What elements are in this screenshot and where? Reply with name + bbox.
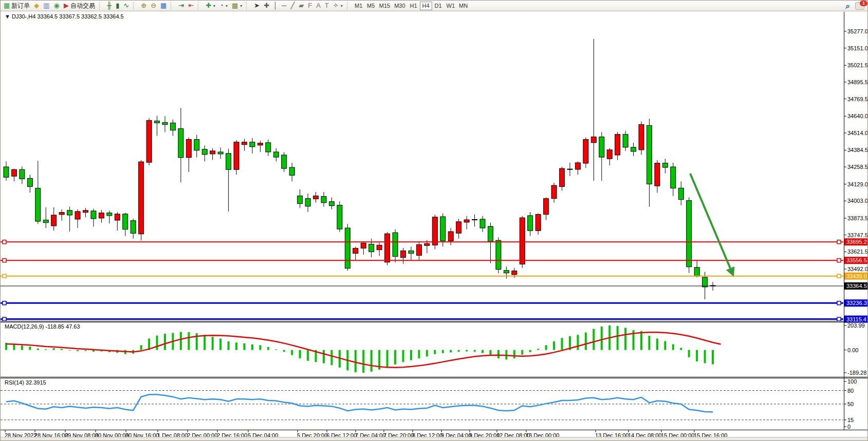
chat-icon[interactable]: 1 (855, 2, 864, 10)
timeframe-m15-button[interactable]: M15 (377, 2, 392, 10)
svg-text:33621.5: 33621.5 (847, 248, 868, 255)
toolbar-separator (171, 2, 175, 10)
svg-text:0: 0 (847, 424, 851, 430)
candlestick-button[interactable]: ▮ (114, 1, 121, 11)
fibonacci-icon: F (308, 1, 312, 10)
dropdown-arrow-icon: ▾ (226, 4, 228, 8)
crosshair-icon: ✚ (264, 1, 269, 10)
horizontal-lines[interactable] (1, 240, 843, 321)
svg-text:33695.2: 33695.2 (846, 239, 867, 245)
market-watch-icon: ▥ (43, 1, 49, 10)
timeframe-h1-button[interactable]: H1 (408, 2, 420, 10)
svg-text:34895.5: 34895.5 (847, 79, 868, 85)
templates-button[interactable]: ▩▾ (230, 1, 244, 11)
svg-text:100: 100 (847, 378, 857, 385)
tile-windows-button[interactable]: ▦ (158, 1, 169, 11)
vertical-line-icon: │ (273, 1, 278, 10)
svg-text:34129.0: 34129.0 (847, 181, 868, 187)
equidistant-channel-tool[interactable]: ▰ (297, 1, 306, 11)
equidistant-channel-icon: ▰ (299, 1, 304, 10)
macd-panel[interactable]: 203.990.00-189.28MACD(12,26,9) -118.85 4… (5, 322, 866, 376)
svg-text:0.00: 0.00 (847, 347, 858, 353)
cursor-tool[interactable]: ➤ (252, 1, 262, 11)
svg-text:34003.0: 34003.0 (847, 198, 868, 204)
market-watch-button[interactable]: ▥ (41, 1, 51, 11)
svg-text:35277.0: 35277.0 (847, 28, 868, 34)
chart-shift-icon: ⇤ (188, 1, 194, 10)
crosshair-tool[interactable]: ✚ (262, 1, 271, 11)
dropdown-arrow-icon: ▾ (213, 4, 215, 8)
tile-windows-icon: ▦ (160, 1, 167, 10)
horizontal-line-icon: ─ (282, 1, 286, 10)
new-order-icon: ▦ (4, 1, 10, 10)
line-chart-button[interactable]: ∿ (121, 1, 131, 11)
trendline-tool[interactable]: ╱ (288, 1, 297, 11)
svg-text:-189.28: -189.28 (847, 370, 866, 376)
zoom-out-icon: ⊖ (151, 1, 156, 10)
svg-text:203.99: 203.99 (847, 322, 865, 329)
status-strip (1, 437, 868, 440)
timeframe-mn-button[interactable]: MN (457, 2, 470, 10)
timeframe-m5-button[interactable]: M5 (365, 2, 377, 10)
symbol-info: ▼ DJ30-,H4 33364.5 33367.5 33362.5 33364… (5, 13, 124, 20)
chart-window[interactable]: 35277.035151.035021.534895.534769.534640… (1, 11, 868, 438)
toolbar-separator (198, 2, 202, 10)
arrows-tool[interactable]: ✧▾ (331, 1, 345, 11)
fibonacci-tool[interactable]: F (306, 1, 314, 11)
svg-text:34514.0: 34514.0 (847, 130, 868, 136)
timeframe-m1-button[interactable]: M1 (353, 2, 365, 10)
signals-button[interactable]: ◉ (52, 1, 62, 11)
svg-text:33873.5: 33873.5 (847, 215, 868, 221)
periods-button[interactable]: ◔▾ (217, 1, 230, 11)
price-chart[interactable]: 35277.035151.035021.534895.534769.534640… (1, 11, 868, 438)
trendline-icon: ╱ (290, 1, 294, 10)
toolbar: ▦新订单◆▥◉▶自动交易╫▮∿⊕⊖▦⇥⇤✚▾◔▾▩▾➤✚│─╱▰FAT✧▾M1M… (1, 1, 868, 11)
autotrading-button[interactable]: ▶自动交易 (62, 1, 97, 11)
autotrading-button-label: 自动交易 (70, 2, 95, 10)
auto-scroll-button[interactable]: ⇥ (176, 1, 186, 11)
timeframe-d1-button[interactable]: D1 (432, 2, 445, 10)
candlestick-icon: ▮ (116, 1, 119, 10)
indicators-icon: ✚ (206, 1, 211, 10)
timeframe-h4-button[interactable]: H4 (420, 2, 432, 10)
timeframe-w1-button[interactable]: W1 (445, 2, 457, 10)
tick-chart-button[interactable]: ◆ (32, 1, 41, 11)
svg-text:50: 50 (847, 401, 854, 407)
rsi-panel[interactable]: 1008050150RSI(14) 32.3915 (1, 378, 857, 430)
new-order-button[interactable]: ▦新订单 (2, 1, 32, 11)
svg-text:33439.0: 33439.0 (846, 273, 867, 279)
svg-text:34769.5: 34769.5 (847, 96, 868, 102)
horizontal-line-tool[interactable]: ─ (280, 1, 288, 11)
arrows-icon: ✧ (333, 1, 339, 10)
search-icon[interactable]: ⌕ (846, 2, 850, 11)
vertical-line-tool[interactable]: │ (271, 1, 280, 11)
line-chart-icon: ∿ (123, 1, 129, 10)
svg-text:34258.5: 34258.5 (847, 164, 868, 170)
templates-icon: ▩ (232, 1, 238, 10)
cursor-icon: ➤ (254, 1, 260, 10)
bar-chart-icon: ╫ (107, 1, 112, 10)
zoom-in-icon: ⊕ (141, 1, 146, 10)
toolbar-separator (347, 2, 351, 10)
text-label-icon: T (325, 1, 329, 10)
dropdown-arrow-icon: ▾ (341, 4, 343, 8)
svg-text:33556.5: 33556.5 (846, 257, 867, 263)
toolbar-separator (99, 2, 103, 10)
svg-text:15: 15 (847, 417, 854, 423)
auto-scroll-icon: ⇥ (178, 1, 184, 10)
timeframe-m30-button[interactable]: M30 (392, 2, 407, 10)
price-scale[interactable]: 35277.035151.035021.534895.534769.534640… (844, 28, 868, 323)
zoom-in-button[interactable]: ⊕ (139, 1, 149, 11)
svg-text:33364.5: 33364.5 (846, 283, 867, 289)
rsi-line (6, 395, 713, 412)
notification-badge: 1 (860, 1, 867, 6)
text-tool[interactable]: A (314, 1, 323, 11)
svg-text:35021.5: 35021.5 (847, 62, 868, 68)
zoom-out-button[interactable]: ⊖ (149, 1, 158, 11)
bar-chart-button[interactable]: ╫ (105, 1, 114, 11)
chart-shift-button[interactable]: ⇤ (186, 1, 196, 11)
indicators-button[interactable]: ✚▾ (204, 1, 217, 11)
new-order-button-label: 新订单 (11, 2, 30, 10)
text-label-tool[interactable]: T (323, 1, 331, 11)
text-icon: A (316, 1, 321, 10)
